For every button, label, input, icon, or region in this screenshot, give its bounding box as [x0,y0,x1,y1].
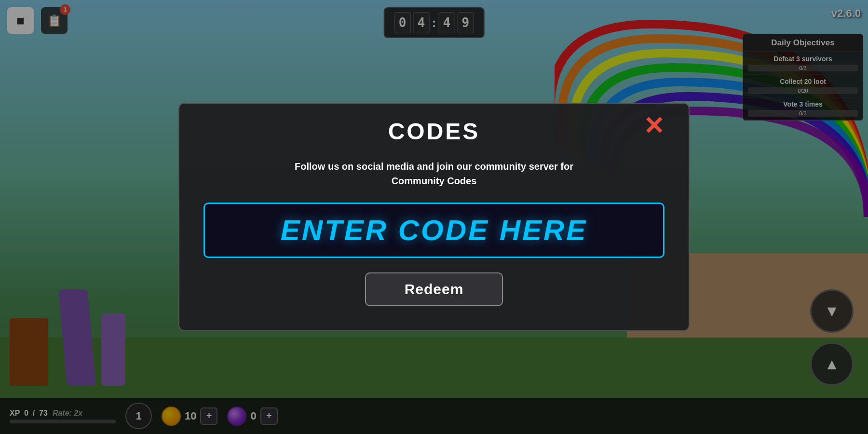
modal-subtitle: Follow us on social media and join our c… [203,159,665,188]
modal-header: CODES ✕ [203,118,665,145]
redeem-button[interactable]: Redeem [365,272,503,306]
modal-title: CODES [388,118,480,145]
code-input-field[interactable]: ENTER CODE HERE [203,203,665,258]
close-icon: ✕ [643,112,665,140]
codes-modal: CODES ✕ Follow us on social media and jo… [178,103,690,331]
close-button[interactable]: ✕ [643,113,665,138]
code-input-placeholder: ENTER CODE HERE [219,214,649,247]
